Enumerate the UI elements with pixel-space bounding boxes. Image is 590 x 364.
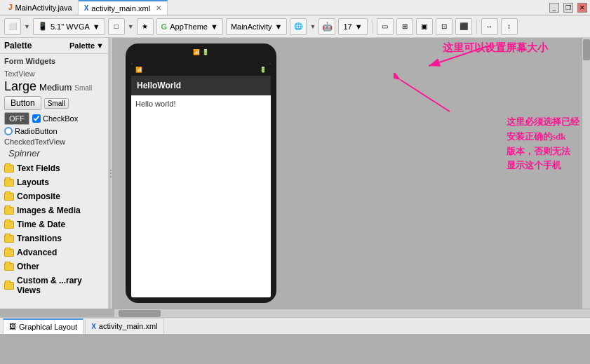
restore-button[interactable]: ❐ bbox=[563, 3, 573, 13]
size-btn-1[interactable]: ↔ bbox=[481, 18, 498, 35]
android-icon-btn[interactable]: 🤖 bbox=[319, 18, 335, 35]
folder-icon-text-fields bbox=[4, 165, 14, 173]
phone-app-bar: HelloWorld bbox=[131, 76, 271, 95]
tab-main-java[interactable]: J MainActivity.java bbox=[3, 0, 79, 15]
composite-label: Composite bbox=[17, 191, 60, 201]
checkbox-widget[interactable]: CheckBox bbox=[32, 114, 78, 123]
folder-icon-time-date bbox=[4, 221, 14, 229]
small-button-widget[interactable]: Small bbox=[44, 98, 69, 109]
size-small-label: Small bbox=[74, 84, 92, 92]
tab-graphical-layout[interactable]: 🖼 Graphical Layout bbox=[3, 318, 83, 334]
checkbox-input[interactable] bbox=[32, 114, 41, 123]
api-dropdown[interactable]: 17 ▼ bbox=[338, 18, 367, 35]
folder-icon-other bbox=[4, 263, 14, 271]
toggle-widget[interactable]: OFF bbox=[4, 112, 29, 125]
folder-icon-transitions bbox=[4, 235, 14, 243]
size-medium-label: Medium bbox=[39, 82, 72, 93]
chevron-down-icon: ▼ bbox=[93, 22, 100, 31]
svg-line-1 bbox=[429, 45, 492, 66]
radio-row: RadioButton bbox=[4, 127, 104, 135]
minimize-button[interactable]: _ bbox=[549, 3, 559, 13]
palette-sidebar: Palette Palette ▼ Form Widgets TextView … bbox=[0, 38, 109, 309]
palette-folder-layouts[interactable]: Layouts bbox=[0, 175, 108, 189]
annotation-screen-size: 这里可以设置屏幕大小 bbox=[443, 41, 548, 55]
editor-area: 📶 🔋 📶 🔋 HelloWorld Hello world! bbox=[113, 38, 590, 309]
transitions-label: Transitions bbox=[17, 234, 62, 243]
device-dropdown[interactable]: 📱 5.1" WVGA ▼ bbox=[33, 18, 105, 35]
palette-folder-advanced[interactable]: Advanced bbox=[0, 245, 108, 259]
phone-battery: 🔋 bbox=[260, 67, 267, 73]
locale-btn[interactable]: 🌐 bbox=[290, 18, 307, 35]
device-label: 5.1" WVGA bbox=[51, 22, 90, 31]
palette-folder-transitions[interactable]: Transitions bbox=[0, 231, 108, 245]
horizontal-scrollbar[interactable] bbox=[114, 309, 590, 317]
theme-dropdown[interactable]: G AppTheme ▼ bbox=[156, 18, 223, 35]
advanced-label: Advanced bbox=[17, 248, 57, 257]
phone-app-name: HelloWorld bbox=[137, 81, 181, 90]
arrow-svg-1 bbox=[415, 38, 499, 73]
svg-line-3 bbox=[401, 80, 450, 112]
radio-widget[interactable]: RadioButton bbox=[4, 127, 58, 135]
palette-title: Palette bbox=[4, 41, 32, 50]
xml-icon: X bbox=[84, 4, 89, 12]
chevron-down-icon-4: ▼ bbox=[355, 22, 363, 31]
size-row: Large Medium Small bbox=[4, 79, 104, 94]
palette-folder-other[interactable]: Other bbox=[0, 259, 108, 274]
window-controls: _ ❐ ✕ bbox=[549, 3, 587, 13]
theme-icon: G bbox=[161, 22, 168, 31]
palette-dropdown[interactable]: Palette ▼ bbox=[69, 41, 104, 50]
main-toolbar: ⬜ ▼ 📱 5.1" WVGA ▼ □ ▼ ★ G AppTheme ▼ Mai… bbox=[0, 15, 590, 38]
close-tab-icon[interactable]: ✕ bbox=[156, 4, 161, 12]
chevron-down-icon-3: ▼ bbox=[275, 22, 283, 31]
spinner-row: Spinner bbox=[4, 148, 104, 159]
phone-screen: 📶 🔋 HelloWorld Hello world! bbox=[131, 63, 271, 297]
palette-folder-images-media[interactable]: Images & Media bbox=[0, 203, 108, 217]
scroll-thumb-vertical[interactable] bbox=[583, 39, 590, 60]
close-button[interactable]: ✕ bbox=[577, 3, 587, 13]
phone-mockup: 📶 🔋 📶 🔋 HelloWorld Hello world! bbox=[126, 43, 276, 303]
phone-time: 📶 bbox=[135, 67, 142, 73]
palette-folder-time-date[interactable]: Time & Date bbox=[0, 217, 108, 231]
text-fields-label: Text Fields bbox=[17, 163, 60, 173]
dpi-btn[interactable]: □ bbox=[108, 18, 125, 35]
editor-row: Palette Palette ▼ Form Widgets TextView … bbox=[0, 38, 590, 309]
spinner-widget: Spinner bbox=[4, 147, 44, 160]
tab-activity-xml[interactable]: X activity_main.xml ✕ bbox=[79, 0, 168, 15]
layout-mode-btn-5[interactable]: ⬛ bbox=[455, 18, 472, 35]
layout-mode-btn-1[interactable]: ▭ bbox=[377, 18, 394, 35]
folder-icon-composite bbox=[4, 193, 14, 201]
palette-folder-text-fields[interactable]: Text Fields bbox=[0, 161, 108, 175]
phone-status-icons: 📶 🔋 bbox=[193, 49, 209, 55]
star-btn[interactable]: ★ bbox=[137, 18, 154, 35]
layout-mode-btn-4[interactable]: ⊡ bbox=[436, 18, 452, 35]
size-large-label: Large bbox=[4, 79, 36, 94]
radio-label: RadioButton bbox=[15, 127, 58, 135]
palette-dropdown-label: Palette bbox=[69, 41, 95, 50]
form-widgets-label: Form Widgets bbox=[0, 54, 108, 67]
graphical-layout-icon: 🖼 bbox=[9, 323, 16, 330]
palette-folder-custom[interactable]: Custom & ...rary Views bbox=[0, 274, 108, 297]
checkedtext-row: CheckedTextView bbox=[4, 137, 104, 146]
layout-btn-1[interactable]: ⬜ bbox=[4, 18, 21, 35]
chevron-down-icon-5: ▼ bbox=[96, 41, 104, 50]
annotation-sdk: 这里必须选择已经 安装正确的sdk 版本，否则无法 显示这个手机 bbox=[507, 115, 579, 173]
folder-icon-images-media bbox=[4, 207, 14, 215]
toolbar-arrow-1: ▼ bbox=[24, 23, 30, 30]
title-bar: J MainActivity.java X activity_main.xml … bbox=[0, 0, 590, 15]
layout-mode-btn-2[interactable]: ⊞ bbox=[396, 18, 413, 35]
button-widget[interactable]: Button bbox=[4, 96, 41, 110]
layout-mode-btn-3[interactable]: ▣ bbox=[416, 18, 433, 35]
scroll-thumb-horizontal[interactable] bbox=[119, 310, 161, 317]
size-btn-2[interactable]: ↕ bbox=[501, 18, 518, 35]
custom-label: Custom & ...rary Views bbox=[17, 276, 104, 295]
vertical-scrollbar[interactable] bbox=[582, 38, 590, 309]
palette-folder-composite[interactable]: Composite bbox=[0, 189, 108, 203]
status-bar: 🖼 Graphical Layout X activity_main.xml bbox=[0, 317, 590, 334]
images-media-label: Images & Media bbox=[17, 205, 81, 215]
phone-icon: 📱 bbox=[38, 22, 48, 31]
tab-activity-xml-bottom[interactable]: X activity_main.xml bbox=[85, 318, 163, 334]
toolbar-separator-1 bbox=[372, 20, 373, 34]
xml-icon-bottom: X bbox=[91, 323, 96, 330]
toggle-checkbox-row: OFF CheckBox bbox=[4, 112, 104, 125]
activity-dropdown[interactable]: MainActivity ▼ bbox=[226, 18, 288, 35]
